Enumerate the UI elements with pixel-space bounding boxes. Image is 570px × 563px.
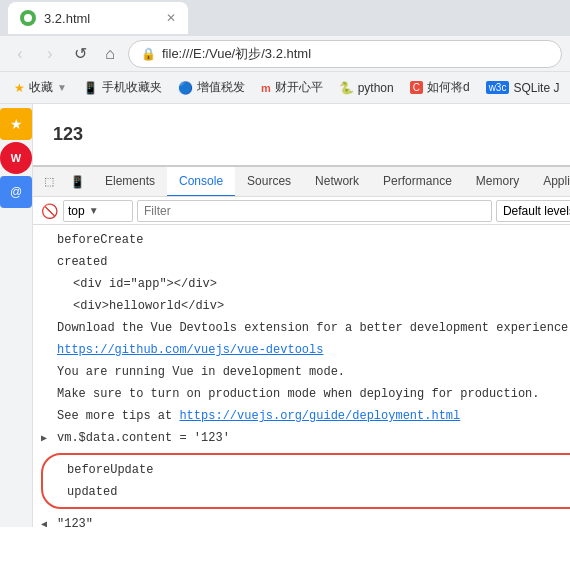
tab-performance[interactable]: Performance: [371, 167, 464, 197]
tab-sources[interactable]: Sources: [235, 167, 303, 197]
default-levels-button[interactable]: Default levels ▼: [496, 200, 570, 222]
sidebar-weibo-icon[interactable]: W: [0, 142, 32, 174]
chevron-down-icon: ▼: [57, 82, 67, 93]
forward-button[interactable]: ›: [38, 42, 62, 66]
tab-application[interactable]: Applicat: [531, 167, 570, 197]
clear-console-button[interactable]: 🚫: [39, 201, 59, 221]
home-button[interactable]: ⌂: [98, 42, 122, 66]
console-line-updated: updated: [43, 481, 570, 503]
tab-elements[interactable]: Elements: [93, 167, 167, 197]
devtools-inspector-icon[interactable]: ⬚: [37, 170, 61, 194]
star-icon: ★: [14, 81, 25, 95]
bookmark-mobile-label: 手机收藏夹: [102, 79, 162, 96]
tab-console[interactable]: Console: [167, 167, 235, 197]
main-content: 123 ⬚ 📱 Elements Console Sources Network…: [33, 104, 570, 527]
bookmark-sqlite-label: SQLite J: [513, 81, 559, 95]
bookmark-tax-label: 增值税发: [197, 79, 245, 96]
bookmark-mobile[interactable]: 📱 手机收藏夹: [77, 77, 168, 98]
tab-memory[interactable]: Memory: [464, 167, 531, 197]
bookmark-favorites-label: 收藏: [29, 79, 53, 96]
back-button[interactable]: ‹: [8, 42, 32, 66]
context-label: top: [68, 204, 85, 218]
tab-network[interactable]: Network: [303, 167, 371, 197]
console-line-dev-mode: You are running Vue in development mode.: [33, 361, 570, 383]
bookmark-tax[interactable]: 🔵 增值税发: [172, 77, 251, 98]
address-text: file:///E:/Vue/初步/3.2.html: [162, 45, 311, 63]
tab-close-button[interactable]: ✕: [166, 11, 176, 25]
console-line-vm-data: vm.$data.content = '123': [33, 427, 570, 449]
sidebar: ★ W @: [0, 104, 33, 527]
page-content-area: 123: [33, 104, 570, 165]
tax-icon: 🔵: [178, 81, 193, 95]
context-selector[interactable]: top ▼: [63, 200, 133, 222]
devtools-mobile-icon[interactable]: 📱: [65, 170, 89, 194]
console-line-beforecreate: beforeCreate: [33, 229, 570, 251]
context-chevron-icon: ▼: [89, 205, 99, 216]
bookmark-finance-label: 财开心平: [275, 79, 323, 96]
sqlite-icon: w3c: [486, 81, 510, 94]
devtools-panel: ⬚ 📱 Elements Console Sources Network Per…: [33, 165, 570, 527]
how-icon: C: [410, 81, 423, 94]
tab-bar: 3.2.html ✕: [0, 0, 570, 36]
console-line-result: "123": [33, 513, 570, 527]
console-line-prod-mode: Make sure to turn on production mode whe…: [33, 383, 570, 405]
lock-icon: 🔒: [141, 47, 156, 61]
console-line-tips: See more tips at https://vuejs.org/guide…: [33, 405, 570, 427]
sidebar-email-icon[interactable]: @: [0, 176, 32, 208]
bookmarks-bar: ★ 收藏 ▼ 📱 手机收藏夹 🔵 增值税发 m 财开心平 🐍 python C …: [0, 72, 570, 104]
tab-favicon: [20, 10, 36, 26]
console-filter-input[interactable]: [137, 200, 492, 222]
console-line-download: Download the Vue Devtools extension for …: [33, 317, 570, 339]
finance-icon: m: [261, 82, 271, 94]
python-icon: 🐍: [339, 81, 354, 95]
deployment-link[interactable]: https://vuejs.org/guide/deployment.html: [179, 409, 460, 423]
nav-bar: ‹ › ↺ ⌂ 🔒 file:///E:/Vue/初步/3.2.html: [0, 36, 570, 72]
console-toolbar: 🚫 top ▼ Default levels ▼: [33, 197, 570, 225]
devtools-link[interactable]: https://github.com/vuejs/vue-devtools: [57, 343, 323, 357]
bookmark-python-label: python: [358, 81, 394, 95]
console-line-before-update: beforeUpdate: [43, 459, 570, 481]
console-line-devtools-link[interactable]: https://github.com/vuejs/vue-devtools: [33, 339, 570, 361]
browser-tab[interactable]: 3.2.html ✕: [8, 2, 188, 34]
mobile-icon: 📱: [83, 81, 98, 95]
highlight-box: beforeUpdate updated: [41, 453, 570, 509]
browser-chrome: 3.2.html ✕ ‹ › ↺ ⌂ 🔒 file:///E:/Vue/初步/3…: [0, 0, 570, 104]
sidebar-star-icon[interactable]: ★: [0, 108, 32, 140]
tab-title: 3.2.html: [44, 11, 90, 26]
bookmark-favorites[interactable]: ★ 收藏 ▼: [8, 77, 73, 98]
bookmark-finance[interactable]: m 财开心平: [255, 77, 329, 98]
bookmark-python[interactable]: 🐍 python: [333, 79, 400, 97]
page-number: 123: [53, 124, 570, 145]
bookmark-how[interactable]: C 如何将d: [404, 77, 476, 98]
console-line-div-app: <div id="app"></div>: [33, 273, 570, 295]
console-line-div-hello: <div>helloworld</div>: [33, 295, 570, 317]
bookmark-sqlite[interactable]: w3c SQLite J: [480, 79, 566, 97]
bookmark-how-label: 如何将d: [427, 79, 470, 96]
address-bar[interactable]: 🔒 file:///E:/Vue/初步/3.2.html: [128, 40, 562, 68]
devtools-tabs: ⬚ 📱 Elements Console Sources Network Per…: [33, 167, 570, 197]
console-line-created: created: [33, 251, 570, 273]
console-output: beforeCreate created <div id="app"></div…: [33, 225, 570, 527]
refresh-button[interactable]: ↺: [68, 42, 92, 66]
browser-body: ★ W @ 123 ⬚ 📱 Elements Console Sources N…: [0, 104, 570, 527]
default-levels-label: Default levels: [503, 204, 570, 218]
